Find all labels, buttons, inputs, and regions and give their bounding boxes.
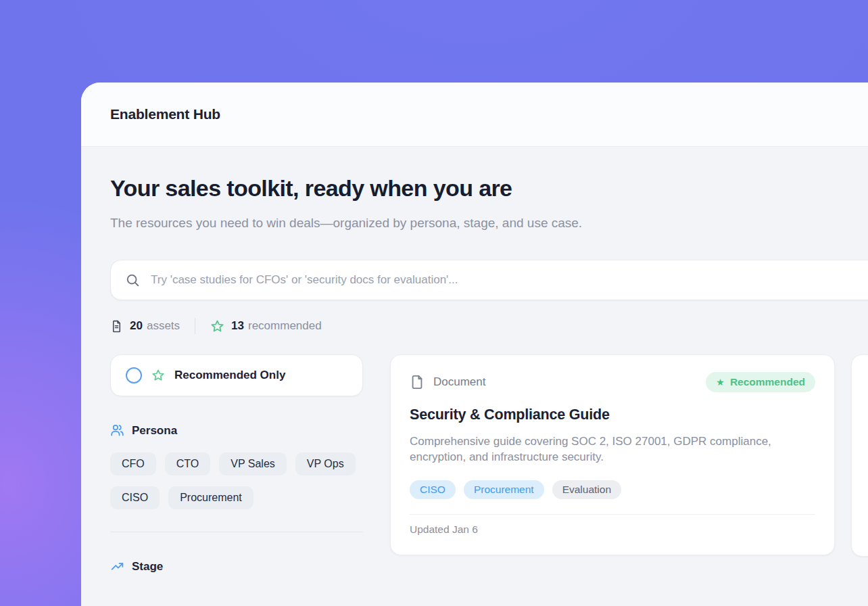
- search-icon: [125, 273, 140, 287]
- search-input[interactable]: [149, 273, 868, 287]
- persona-chip-ciso[interactable]: CISO: [110, 486, 160, 509]
- star-icon: [210, 319, 224, 333]
- persona-section-header: Persona: [110, 423, 363, 438]
- card-type-label: Document: [433, 375, 485, 389]
- stage-section-header: Stage: [110, 559, 363, 574]
- persona-section-label: Persona: [132, 424, 177, 438]
- star-filled-icon: ★: [716, 377, 725, 388]
- panel-header: Enablement Hub: [81, 83, 868, 147]
- card-description: Comprehensive guide covering SOC 2, ISO …: [410, 434, 798, 465]
- content-area: Your sales toolkit, ready when you are T…: [81, 147, 868, 574]
- recommended-only-label: Recommended Only: [174, 369, 285, 382]
- recommended-badge: ★ Recommended: [706, 372, 815, 392]
- persona-chip-vp-ops[interactable]: VP Ops: [295, 452, 356, 475]
- main-columns: Recommended Only Persona: [110, 354, 868, 574]
- page-title: Your sales toolkit, ready when you are: [110, 175, 868, 202]
- toggle-circle-icon[interactable]: [126, 367, 142, 383]
- asset-cards: Document ★ Recommended Security & Compli…: [390, 354, 868, 557]
- card-tags: CISO Procurement Evaluation: [410, 480, 815, 499]
- persona-chip-procurement[interactable]: Procurement: [168, 486, 254, 509]
- users-icon: [110, 423, 124, 438]
- filters-sidebar: Recommended Only Persona: [110, 354, 363, 574]
- search-bar[interactable]: [110, 260, 868, 300]
- app-title: Enablement Hub: [110, 106, 220, 122]
- recommended-only-toggle[interactable]: Recommended Only: [110, 354, 363, 396]
- card-header-row: Document ★ Recommended: [410, 372, 815, 392]
- assets-label: assets: [147, 319, 180, 333]
- persona-chip-cto[interactable]: CTO: [165, 452, 210, 475]
- persona-chip-vp-sales[interactable]: VP Sales: [219, 452, 287, 475]
- persona-chip-cfo[interactable]: CFO: [110, 452, 156, 475]
- recommended-label: recommended: [248, 319, 322, 333]
- tag-procurement[interactable]: Procurement: [464, 480, 544, 499]
- stats-row: 20 assets 13 recommended: [110, 318, 868, 334]
- star-icon: [151, 369, 165, 382]
- asset-card-security-compliance[interactable]: Document ★ Recommended Security & Compli…: [390, 354, 835, 555]
- file-text-icon: [110, 319, 123, 333]
- recommended-badge-label: Recommended: [730, 376, 805, 388]
- tag-evaluation[interactable]: Evaluation: [552, 480, 621, 499]
- tag-ciso[interactable]: CISO: [410, 480, 456, 499]
- assets-count: 20: [130, 319, 143, 333]
- persona-chips: CFO CTO VP Sales VP Ops CISO Procurement: [110, 452, 363, 509]
- recommended-count: 13: [231, 319, 244, 333]
- page-subtitle: The resources you need to win deals—orga…: [110, 210, 665, 235]
- stage-section-label: Stage: [132, 560, 163, 574]
- sidebar-divider: [110, 532, 363, 532]
- enablement-hub-screen: Enablement Hub Your sales toolkit, ready…: [0, 0, 868, 606]
- stats-divider: [195, 318, 195, 334]
- main-panel: Enablement Hub Your sales toolkit, ready…: [81, 83, 868, 606]
- asset-card-partial[interactable]: [851, 354, 868, 557]
- file-icon: [410, 374, 425, 390]
- card-title: Security & Compliance Guide: [410, 406, 815, 423]
- trending-up-icon: [110, 559, 124, 574]
- card-updated-label: Updated Jan 6: [410, 515, 815, 536]
